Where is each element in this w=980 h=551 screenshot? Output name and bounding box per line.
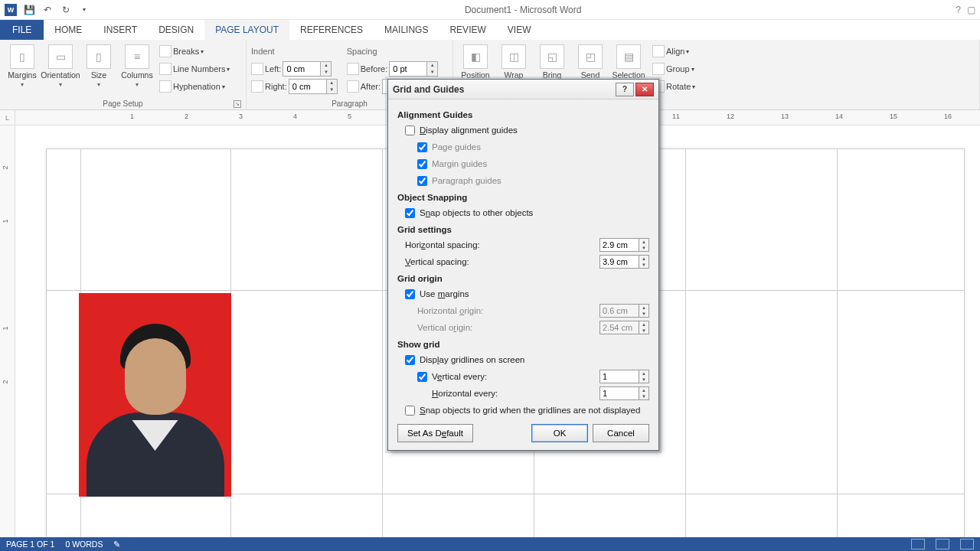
vertical-spacing-input[interactable] <box>599 255 639 269</box>
snap-to-grid-checkbox[interactable] <box>405 406 415 416</box>
tab-view[interactable]: VIEW <box>497 20 542 40</box>
margin-guides-checkbox[interactable] <box>417 159 427 169</box>
help-icon[interactable]: ? <box>956 5 961 15</box>
horizontal-spacing-input[interactable] <box>599 238 639 252</box>
horizontal-spacing-spinner[interactable]: ▲▼ <box>639 238 649 252</box>
vruler-tick: 1 <box>2 326 9 330</box>
save-icon[interactable]: 💾 <box>23 4 35 16</box>
indent-left-input[interactable] <box>283 61 321 77</box>
vertical-every-spinner[interactable]: ▲▼ <box>639 370 649 383</box>
vruler-tick: 2 <box>2 165 9 169</box>
snap-objects-label: Snap objects to other objects <box>420 208 649 217</box>
columns-button[interactable]: ≡Columns▾ <box>119 43 155 98</box>
line-numbers-button[interactable]: Line Numbers ▾ <box>159 60 230 77</box>
section-grid-origin: Grid origin <box>397 274 649 283</box>
align-button[interactable]: Align ▾ <box>652 43 695 60</box>
spacing-after-icon <box>347 80 359 93</box>
ruler-tick: 1 <box>130 112 134 120</box>
view-print-layout[interactable] <box>936 539 949 549</box>
proofing-icon[interactable]: ✎ <box>113 540 120 549</box>
horizontal-origin-input <box>599 304 639 318</box>
vruler-tick: 2 <box>2 380 9 383</box>
view-read-mode[interactable] <box>911 539 925 549</box>
cancel-button[interactable]: Cancel <box>593 424 649 442</box>
vertical-spacing-spinner[interactable]: ▲▼ <box>639 255 649 269</box>
display-alignment-guides-label: Display alignment guides <box>420 126 649 135</box>
page-guides-checkbox[interactable] <box>417 142 427 152</box>
spacing-before-icon <box>347 63 359 75</box>
group-label-page-setup: Page Setup <box>103 99 142 108</box>
file-tab[interactable]: FILE <box>0 20 44 40</box>
horizontal-every-spinner[interactable]: ▲▼ <box>639 386 649 400</box>
use-margins-checkbox[interactable] <box>405 289 415 299</box>
dialog-close-button[interactable]: ✕ <box>635 83 654 96</box>
display-gridlines-label: Display gridlines on screen <box>420 355 649 364</box>
vertical-ruler[interactable]: 2 1 1 2 <box>0 126 15 537</box>
vertical-origin-label: Vertical origin: <box>417 323 599 332</box>
tab-home[interactable]: HOME <box>44 20 93 40</box>
use-margins-label: Use margins <box>420 289 649 298</box>
tab-design[interactable]: DESIGN <box>148 20 204 40</box>
group-page-setup: ▯Margins▾ ▭Orientation▾ ▯Size▾ ≡Columns▾… <box>0 40 247 109</box>
tab-insert[interactable]: INSERT <box>93 20 148 40</box>
horizontal-origin-spinner: ▲▼ <box>639 304 649 318</box>
redo-icon[interactable]: ↻ <box>60 4 72 16</box>
ruler-tick: 3 <box>239 112 243 120</box>
status-bar: PAGE 1 OF 1 0 WORDS ✎ <box>0 537 980 551</box>
ruler-tick: 13 <box>781 112 789 120</box>
spacing-before-input[interactable] <box>389 61 427 77</box>
section-alignment-guides: Alignment Guides <box>397 110 649 119</box>
window-title: Document1 - Microsoft Word <box>90 5 956 15</box>
group-label-paragraph: Paragraph <box>332 99 368 108</box>
ruler-tick: 11 <box>672 112 680 120</box>
horizontal-origin-label: Horizontal origin: <box>417 306 599 315</box>
size-button[interactable]: ▯Size▾ <box>81 43 116 98</box>
vertical-spacing-label: Vertical spacing: <box>405 257 599 266</box>
display-alignment-guides-checkbox[interactable] <box>405 126 415 135</box>
ribbon-collapse-icon[interactable]: ▢ <box>967 5 975 15</box>
set-as-default-button[interactable]: Set As Default <box>397 424 473 442</box>
display-gridlines-checkbox[interactable] <box>405 355 415 365</box>
vertical-every-input[interactable] <box>599 370 639 383</box>
indent-right-icon <box>251 80 263 93</box>
orientation-button[interactable]: ▭Orientation▾ <box>43 43 78 98</box>
vertical-every-label: Vertical every: <box>432 372 599 381</box>
vertical-every-checkbox[interactable] <box>417 372 427 382</box>
indent-left-icon <box>251 63 263 75</box>
horizontal-every-input[interactable] <box>599 386 639 400</box>
vertical-origin-input <box>599 321 639 334</box>
breaks-button[interactable]: Breaks ▾ <box>159 43 230 60</box>
snap-objects-checkbox[interactable] <box>405 208 415 218</box>
horizontal-spacing-label: Horizontal spacing: <box>405 240 599 249</box>
tab-review[interactable]: REVIEW <box>439 20 496 40</box>
tab-mailings[interactable]: MAILINGS <box>374 20 439 40</box>
spacing-before-spinner[interactable]: ▲▼ <box>427 61 438 77</box>
paragraph-guides-checkbox[interactable] <box>417 176 427 186</box>
indent-left-label: Left: <box>265 64 281 73</box>
inserted-image[interactable] <box>79 293 231 497</box>
margins-button[interactable]: ▯Margins▾ <box>5 43 40 98</box>
group-button[interactable]: Group ▾ <box>652 60 695 77</box>
paragraph-guides-label: Paragraph guides <box>432 176 649 185</box>
status-page[interactable]: PAGE 1 OF 1 <box>6 540 54 549</box>
indent-right-spinner[interactable]: ▲▼ <box>327 79 338 94</box>
status-words[interactable]: 0 WORDS <box>65 540 103 549</box>
undo-icon[interactable]: ↶ <box>41 4 54 16</box>
ruler-tick: 5 <box>348 112 351 120</box>
ruler-tick: 12 <box>727 112 734 120</box>
indent-left-spinner[interactable]: ▲▼ <box>321 61 332 77</box>
ok-button[interactable]: OK <box>531 424 588 442</box>
tab-page-layout[interactable]: PAGE LAYOUT <box>204 20 289 40</box>
vertical-origin-spinner: ▲▼ <box>639 321 649 334</box>
tab-references[interactable]: REFERENCES <box>289 20 374 40</box>
view-web-layout[interactable] <box>960 539 974 549</box>
dialog-help-button[interactable]: ? <box>616 83 634 96</box>
spacing-after-label: After: <box>361 82 381 91</box>
indent-right-input[interactable] <box>289 79 327 94</box>
qat-customize-icon[interactable]: ▾ <box>78 4 90 16</box>
hyphenation-button[interactable]: Hyphenation ▾ <box>159 78 230 95</box>
page-setup-launcher[interactable]: ↘ <box>234 100 241 108</box>
horizontal-every-label: Horizontal every: <box>432 389 599 398</box>
section-show-grid: Show grid <box>397 340 649 349</box>
snap-to-grid-label: Snap objects to grid when the gridlines … <box>420 406 649 415</box>
